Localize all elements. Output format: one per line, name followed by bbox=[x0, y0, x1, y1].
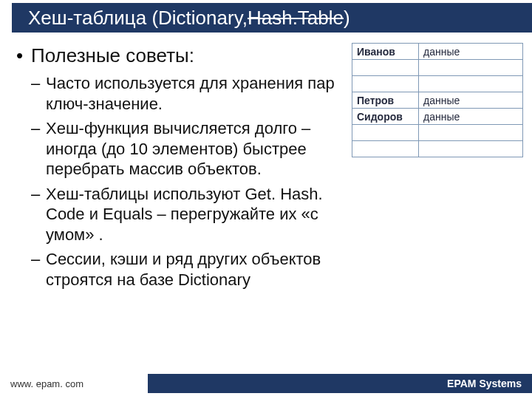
table-row bbox=[352, 125, 523, 141]
cell-key bbox=[352, 141, 419, 157]
cell-key bbox=[352, 76, 419, 92]
table-row bbox=[352, 141, 523, 157]
cell-value: данные bbox=[419, 92, 523, 109]
tips-heading: Полезные советы: bbox=[13, 44, 346, 67]
hash-table: Иванов данные Петров данные Сидоров bbox=[352, 43, 523, 157]
title-suffix: ) bbox=[344, 7, 350, 30]
table-row: Петров данные bbox=[352, 92, 523, 109]
tips-list: Часто используется для хранения пар ключ… bbox=[13, 73, 346, 290]
footer-url: www. epam. com bbox=[0, 378, 148, 389]
list-item: Часто используется для хранения пар ключ… bbox=[46, 73, 346, 114]
cell-value bbox=[419, 76, 523, 92]
table-row bbox=[352, 60, 523, 76]
table-row: Иванов данные bbox=[352, 44, 523, 60]
slide-title-bar: Хеш-таблица (Dictionary, Hash.Table) bbox=[12, 3, 532, 33]
footer-brand: EPAM Systems bbox=[447, 378, 522, 389]
list-item: Сессии, кэши и ряд других объектов строя… bbox=[46, 249, 346, 290]
list-item: Хеш-таблицы используют Get. Hash. Code и… bbox=[46, 184, 346, 245]
slide-footer: www. epam. com EPAM Systems bbox=[0, 374, 532, 393]
cell-key bbox=[352, 125, 419, 141]
footer-brand-bar: EPAM Systems bbox=[148, 374, 532, 393]
table-column: Иванов данные Петров данные Сидоров bbox=[352, 41, 523, 369]
table-row: Сидоров данные bbox=[352, 109, 523, 125]
cell-key: Сидоров bbox=[352, 109, 419, 125]
cell-key bbox=[352, 60, 419, 76]
list-item: Хеш-функция вычисляется долго – иногда (… bbox=[46, 118, 346, 180]
title-strike: Hash.Table bbox=[248, 7, 344, 30]
cell-value bbox=[419, 60, 523, 76]
table-row bbox=[352, 76, 523, 92]
title-prefix: Хеш-таблица (Dictionary, bbox=[28, 7, 248, 30]
cell-value bbox=[419, 141, 523, 157]
cell-key: Иванов bbox=[352, 44, 419, 60]
cell-value: данные bbox=[419, 109, 523, 125]
slide-body: Полезные советы: Часто используется для … bbox=[13, 41, 523, 369]
cell-value bbox=[419, 125, 523, 141]
cell-key: Петров bbox=[352, 92, 419, 109]
text-column: Полезные советы: Часто используется для … bbox=[13, 41, 346, 369]
cell-value: данные bbox=[419, 44, 523, 60]
